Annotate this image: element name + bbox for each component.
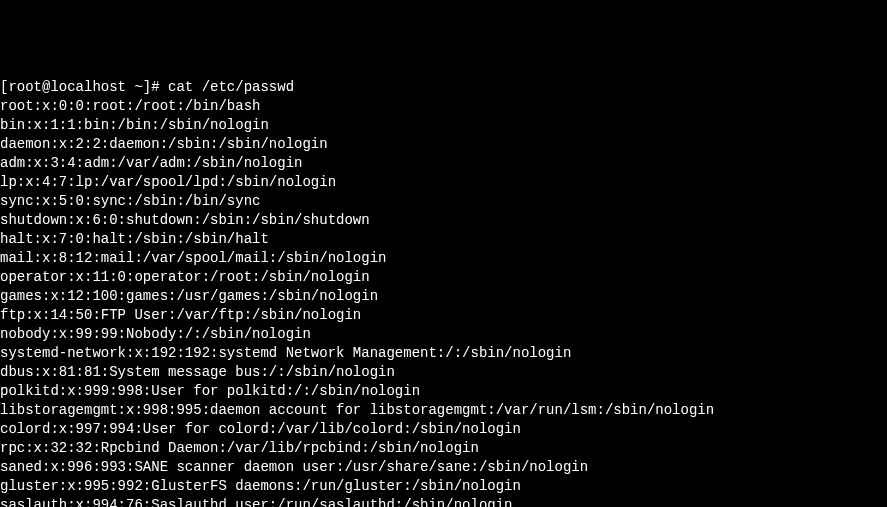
terminal-window[interactable]: [root@localhost ~]# cat /etc/passwdroot:… <box>0 76 887 507</box>
output-line: halt:x:7:0:halt:/sbin:/sbin/halt <box>0 230 887 249</box>
output-line: colord:x:997:994:User for colord:/var/li… <box>0 420 887 439</box>
output-line: mail:x:8:12:mail:/var/spool/mail:/sbin/n… <box>0 249 887 268</box>
output-line: games:x:12:100:games:/usr/games:/sbin/no… <box>0 287 887 306</box>
output-line: sync:x:5:0:sync:/sbin:/bin/sync <box>0 192 887 211</box>
output-line: dbus:x:81:81:System message bus:/:/sbin/… <box>0 363 887 382</box>
command-text: cat /etc/passwd <box>168 79 294 95</box>
output-line: bin:x:1:1:bin:/bin:/sbin/nologin <box>0 116 887 135</box>
output-line: polkitd:x:999:998:User for polkitd:/:/sb… <box>0 382 887 401</box>
output-line: ftp:x:14:50:FTP User:/var/ftp:/sbin/nolo… <box>0 306 887 325</box>
output-line: adm:x:3:4:adm:/var/adm:/sbin/nologin <box>0 154 887 173</box>
output-line: lp:x:4:7:lp:/var/spool/lpd:/sbin/nologin <box>0 173 887 192</box>
output-line: nobody:x:99:99:Nobody:/:/sbin/nologin <box>0 325 887 344</box>
output-line: shutdown:x:6:0:shutdown:/sbin:/sbin/shut… <box>0 211 887 230</box>
command-line: [root@localhost ~]# cat /etc/passwd <box>0 78 887 97</box>
output-line: rpc:x:32:32:Rpcbind Daemon:/var/lib/rpcb… <box>0 439 887 458</box>
output-line: gluster:x:995:992:GlusterFS daemons:/run… <box>0 477 887 496</box>
output-line: daemon:x:2:2:daemon:/sbin:/sbin/nologin <box>0 135 887 154</box>
output-line: systemd-network:x:192:192:systemd Networ… <box>0 344 887 363</box>
output-line: root:x:0:0:root:/root:/bin/bash <box>0 97 887 116</box>
shell-prompt: [root@localhost ~]# <box>0 79 168 95</box>
output-line: saned:x:996:993:SANE scanner daemon user… <box>0 458 887 477</box>
output-line: saslauth:x:994:76:Saslauthd user:/run/sa… <box>0 496 887 507</box>
output-line: libstoragemgmt:x:998:995:daemon account … <box>0 401 887 420</box>
output-line: operator:x:11:0:operator:/root:/sbin/nol… <box>0 268 887 287</box>
